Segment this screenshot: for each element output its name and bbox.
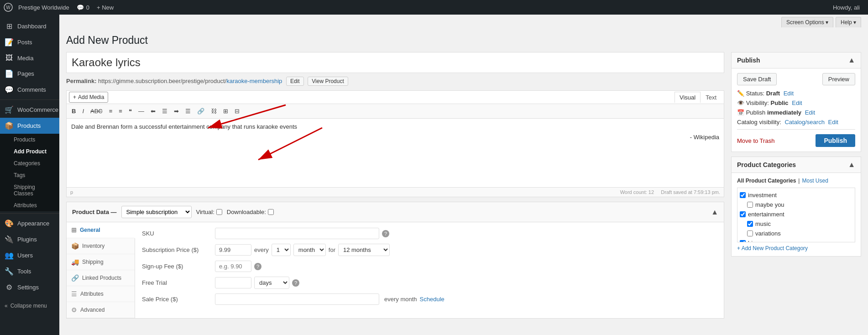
site-name-link[interactable]: Prestige Worldwide <box>15 4 73 11</box>
add-media-button[interactable]: + Add Media <box>69 92 108 103</box>
editor-tabs: Visual Text <box>675 92 722 103</box>
tab-visual[interactable]: Visual <box>675 92 701 103</box>
downloadable-checkbox[interactable] <box>268 209 274 215</box>
cat-checkbox-maybe-you[interactable] <box>747 202 753 208</box>
cat-checkbox-entertainment[interactable] <box>740 211 746 217</box>
sidebar-item-settings[interactable]: ⚙ Settings <box>0 279 59 295</box>
toolbar-align-left[interactable]: ⬅ <box>148 106 158 116</box>
sidebar-subitem-categories[interactable]: Categories <box>0 157 59 169</box>
product-data-collapse[interactable]: ▲ <box>711 208 718 216</box>
product-data-tabs: ⊞ General 📦 Inventory 🚚 Shipping <box>67 222 135 318</box>
virtual-checkbox[interactable] <box>216 209 222 215</box>
toolbar-align-center[interactable]: ☰ <box>159 106 170 116</box>
toolbar-blockquote[interactable]: ❝ <box>126 106 135 116</box>
pd-tab-attributes[interactable]: ☰ Attributes <box>67 286 135 302</box>
toolbar-link[interactable]: 🔗 <box>194 106 207 116</box>
catalog-value[interactable]: Catalog/search <box>784 119 824 126</box>
toolbar-unlink[interactable]: ⛓ <box>208 106 220 116</box>
main-content: Screen Options ▾ Help ▾ Add New Product … <box>59 15 868 335</box>
sidebar-label-tools: Tools <box>17 268 31 275</box>
categories-panel-header: Product Categories ▲ <box>732 157 861 173</box>
add-new-category-link[interactable]: + Add New Product Category <box>737 245 808 251</box>
schedule-link[interactable]: Schedule <box>420 296 444 303</box>
free-trial-input[interactable] <box>215 277 251 288</box>
pd-tab-linked[interactable]: 🔗 Linked Products <box>67 270 135 286</box>
toolbar-ul[interactable]: ≡ <box>106 106 115 116</box>
editor-content[interactable]: Dale and Brennan form a successful enter… <box>67 119 724 187</box>
free-trial-row: Free Trial daysweeksmonths ? <box>142 277 717 289</box>
permalink-slug[interactable]: karaoke-membership <box>226 78 282 84</box>
sku-input[interactable] <box>215 228 379 239</box>
toolbar-bold[interactable]: B <box>69 106 78 116</box>
sidebar-item-users[interactable]: 👥 Users <box>0 247 59 263</box>
tab-text[interactable]: Text <box>701 92 722 103</box>
categories-panel-toggle[interactable]: ▲ <box>848 161 855 169</box>
signup-fee-input[interactable] <box>215 261 251 272</box>
new-content-link[interactable]: + New <box>93 4 117 11</box>
sidebar-item-tools[interactable]: 🔧 Tools <box>0 263 59 279</box>
toolbar-align-right[interactable]: ➡ <box>171 106 182 116</box>
subscription-price-input[interactable] <box>215 244 251 256</box>
preview-button[interactable]: Preview <box>822 73 855 85</box>
cat-checkbox-investment[interactable] <box>740 192 746 198</box>
sale-price-input[interactable] <box>215 293 379 305</box>
pd-tab-inventory[interactable]: 📦 Inventory <box>67 238 135 254</box>
sidebar-item-dashboard[interactable]: ⊞ Dashboard <box>0 18 59 34</box>
subscription-interval-select[interactable]: dayweekmonthyear <box>293 244 326 256</box>
sidebar-item-comments[interactable]: 💬 Comments <box>0 82 59 98</box>
most-used-tab[interactable]: Most Used <box>802 178 828 184</box>
sidebar-item-woocommerce[interactable]: 🛒 WooCommerce <box>0 102 59 118</box>
screen-options-button[interactable]: Screen Options ▾ <box>781 17 833 27</box>
signup-help-icon[interactable]: ? <box>254 263 261 270</box>
publish-time-edit-link[interactable]: Edit <box>805 109 815 116</box>
pd-tab-general[interactable]: ⊞ General <box>67 222 135 238</box>
sidebar-item-appearance[interactable]: 🎨 Appearance <box>0 215 59 231</box>
status-edit-link[interactable]: Edit <box>784 90 794 97</box>
post-title-input[interactable] <box>66 52 724 73</box>
toolbar-italic[interactable]: I <box>79 106 87 116</box>
sidebar-subitem-attributes[interactable]: Attributes <box>0 199 59 211</box>
page-wrap: Add New Product Permalink: https://gimme… <box>59 30 868 330</box>
sidebar-item-posts[interactable]: 📝 Posts <box>0 34 59 50</box>
help-button[interactable]: Help ▾ <box>836 17 861 27</box>
sidebar-subitem-shipping-classes[interactable]: Shipping Classes <box>0 181 59 199</box>
sku-help-icon[interactable]: ? <box>382 230 389 237</box>
product-type-select[interactable]: Simple subscription Variable subscriptio… <box>121 206 192 218</box>
sidebar-subitem-products[interactable]: Products <box>0 134 59 146</box>
cat-checkbox-music[interactable] <box>747 221 753 227</box>
toolbar-table[interactable]: ⊞ <box>220 106 231 116</box>
all-categories-tab[interactable]: All Product Categories <box>737 178 796 184</box>
sidebar-item-pages[interactable]: 📄 Pages <box>0 66 59 82</box>
publish-panel-toggle[interactable]: ▲ <box>848 56 855 64</box>
save-draft-button[interactable]: Save Draft <box>737 73 777 85</box>
cat-checkbox-bizness[interactable] <box>740 240 746 242</box>
subscription-length-select[interactable]: never expires1 month3 months6 months12 m… <box>338 244 390 256</box>
list-item: maybe you <box>740 200 852 209</box>
toolbar-more[interactable]: ⊟ <box>232 106 242 116</box>
sidebar-item-plugins[interactable]: 🔌 Plugins <box>0 231 59 247</box>
pd-tab-shipping[interactable]: 🚚 Shipping <box>67 254 135 270</box>
pd-tab-advanced[interactable]: ⚙ Advanced <box>67 302 135 318</box>
sidebar-subitem-tags[interactable]: Tags <box>0 169 59 181</box>
wp-logo[interactable]: W <box>4 3 13 12</box>
sidebar-subitem-add-product[interactable]: Add Product <box>0 146 59 157</box>
toolbar-align-justify[interactable]: ☰ <box>183 106 193 116</box>
sidebar-item-products[interactable]: 📦 Products <box>0 118 59 134</box>
permalink-edit-button[interactable]: Edit <box>286 77 304 86</box>
view-product-button[interactable]: View Product <box>308 77 348 86</box>
trial-period-select[interactable]: daysweeksmonths <box>254 277 289 289</box>
sidebar-item-media[interactable]: 🖼 Media <box>0 50 59 66</box>
trial-help-icon[interactable]: ? <box>292 279 299 287</box>
collapse-menu-button[interactable]: « Collapse menu <box>0 299 59 313</box>
toolbar-hr[interactable]: — <box>136 106 147 116</box>
comments-link[interactable]: 💬 0 <box>73 4 93 11</box>
toolbar-strikethrough[interactable]: ABC <box>88 106 105 116</box>
sale-price-label: Sale Price ($) <box>142 296 215 303</box>
publish-button[interactable]: Publish <box>816 134 855 147</box>
cat-checkbox-variations[interactable] <box>747 230 753 236</box>
subscription-period-select[interactable]: 123 <box>272 244 291 256</box>
visibility-edit-link[interactable]: Edit <box>792 99 802 106</box>
toolbar-ol[interactable]: ≡ <box>116 106 125 116</box>
catalog-edit-link[interactable]: Edit <box>828 119 838 126</box>
move-to-trash-link[interactable]: Move to Trash <box>737 137 774 144</box>
